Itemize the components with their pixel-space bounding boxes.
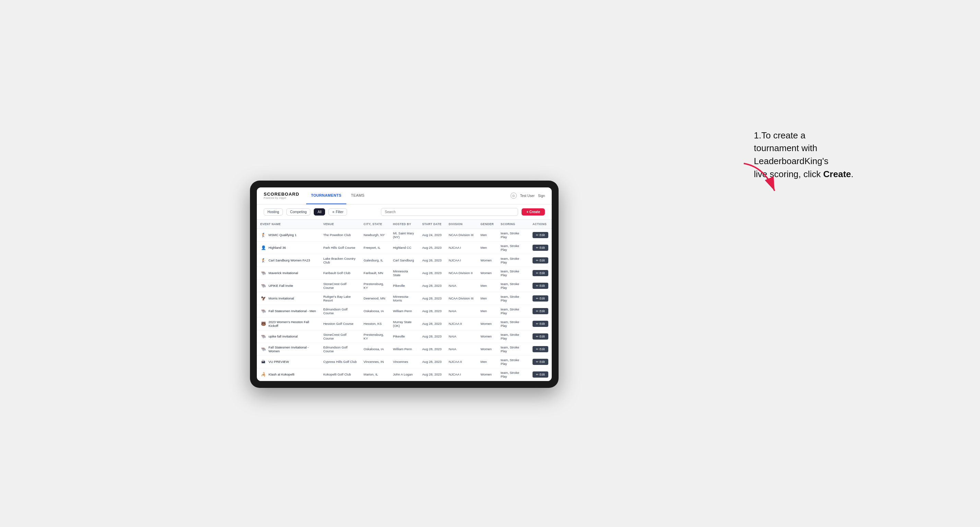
event-name-text-11: Klash at Kokopelli	[269, 373, 294, 376]
cell-gender-8: Women	[477, 330, 497, 343]
cell-division-11: NJCAA I	[445, 368, 477, 381]
event-icon-1: 👤	[260, 244, 266, 251]
cell-actions-5: ✏ Edit	[529, 292, 552, 305]
app-header: SCOREBOARD Powered by clippit TOURNAMENT…	[257, 187, 552, 205]
cell-actions-6: ✏ Edit	[529, 305, 552, 317]
tab-teams[interactable]: TEAMS	[346, 187, 369, 204]
table-row: 🐃 Maverick Invitational Faribault Golf C…	[257, 267, 552, 279]
cell-event-name-9: 🐃 Fall Statesmen Invitational - Women	[257, 343, 320, 356]
cell-actions-9: ✏ Edit	[529, 343, 552, 356]
cell-division-3: NCAA Division II	[445, 267, 477, 279]
col-header-gender: GENDER	[477, 220, 497, 229]
cell-date-9: Aug 28, 2023	[419, 343, 445, 356]
col-header-division: DIVISION	[445, 220, 477, 229]
cell-city-10: Vincennes, IN	[360, 356, 390, 368]
cell-event-name-11: 🦂 Klash at Kokopelli	[257, 368, 320, 381]
cell-city-4: Prestonsburg, KY	[360, 279, 390, 292]
cell-gender-4: Men	[477, 279, 497, 292]
table-body: 🏌 MSMC Qualifying 1 The Powelton Club Ne…	[257, 229, 552, 381]
sign-link[interactable]: Sign	[538, 194, 545, 198]
cell-city-11: Marion, IL	[360, 368, 390, 381]
cell-date-11: Aug 28, 2023	[419, 368, 445, 381]
settings-icon[interactable]: ⚙	[511, 192, 517, 199]
competing-button[interactable]: Competing	[286, 208, 310, 216]
cell-venue-3: Faribault Golf Club	[320, 267, 360, 279]
event-icon-11: 🦂	[260, 371, 266, 378]
cell-scoring-6: team, Stroke Play	[497, 305, 529, 317]
header-right: ⚙ Test User Sign	[511, 192, 545, 199]
edit-button-8[interactable]: ✏ Edit	[533, 333, 548, 340]
cell-actions-10: ✏ Edit	[529, 356, 552, 368]
event-name-text-8: upike fall invitational	[269, 335, 298, 338]
cell-venue-4: StoneCrest Golf Course	[320, 279, 360, 292]
edit-button-0[interactable]: ✏ Edit	[533, 232, 548, 238]
cell-city-6: Oskaloosa, IA	[360, 305, 390, 317]
event-icon-9: 🐃	[260, 346, 266, 352]
annotation-line1: 1.To create a	[754, 130, 805, 140]
cell-division-4: NAIA	[445, 279, 477, 292]
col-header-event: EVENT NAME	[257, 220, 320, 229]
nav-tabs: TOURNAMENTS TEAMS	[306, 187, 369, 204]
cell-city-1: Freeport, IL	[360, 241, 390, 254]
event-icon-5: 🦅	[260, 295, 266, 302]
logo-area: SCOREBOARD Powered by clippit	[264, 192, 299, 199]
annotation-bold: Create	[823, 169, 851, 179]
event-name-text-1: Highland 36	[269, 246, 286, 249]
logo-subtitle: Powered by clippit	[264, 197, 299, 199]
event-icon-4: 🐃	[260, 283, 266, 289]
edit-button-4[interactable]: ✏ Edit	[533, 283, 548, 289]
table-header-row: EVENT NAME VENUE CITY, STATE HOSTED BY S…	[257, 220, 552, 229]
cell-event-name-5: 🦅 Morris Invitational	[257, 292, 320, 305]
event-icon-6: 🐃	[260, 308, 266, 314]
table-row: 🐻 2023 Women's Hesston Fall Kickoff Hess…	[257, 317, 552, 330]
search-container	[381, 208, 518, 216]
edit-button-2[interactable]: ✏ Edit	[533, 257, 548, 264]
hosting-button[interactable]: Hosting	[264, 208, 283, 216]
table-container: EVENT NAME VENUE CITY, STATE HOSTED BY S…	[257, 220, 552, 381]
edit-button-1[interactable]: ✏ Edit	[533, 244, 548, 251]
edit-button-6[interactable]: ✏ Edit	[533, 308, 548, 314]
cell-event-name-1: 👤 Highland 36	[257, 241, 320, 254]
search-input[interactable]	[381, 208, 518, 216]
table-row: 🐃 UPIKE Fall Invite StoneCrest Golf Cour…	[257, 279, 552, 292]
cell-hosted-0: Mt. Saint Mary (NY)	[390, 229, 419, 241]
cell-hosted-11: John A Logan	[390, 368, 419, 381]
cell-scoring-5: team, Stroke Play	[497, 292, 529, 305]
annotation-period: .	[851, 169, 853, 179]
col-header-scoring: SCORING	[497, 220, 529, 229]
table-row: 👤 Highland 36 Park Hills Golf Course Fre…	[257, 241, 552, 254]
cell-city-8: Prestonsburg, KY	[360, 330, 390, 343]
event-name-text-10: VU PREVIEW	[269, 360, 289, 364]
edit-button-9[interactable]: ✏ Edit	[533, 346, 548, 352]
table-row: 🐃 Fall Statesmen Invitational - Men Edmu…	[257, 305, 552, 317]
cell-date-7: Aug 28, 2023	[419, 317, 445, 330]
col-header-venue: VENUE	[320, 220, 360, 229]
event-icon-8: 🐃	[260, 333, 266, 340]
all-button[interactable]: All	[314, 208, 325, 216]
cell-actions-3: ✏ Edit	[529, 267, 552, 279]
cell-date-10: Aug 28, 2023	[419, 356, 445, 368]
cell-date-0: Aug 24, 2023	[419, 229, 445, 241]
edit-button-7[interactable]: ✏ Edit	[533, 321, 548, 327]
cell-hosted-3: Minnesota State	[390, 267, 419, 279]
cell-gender-7: Women	[477, 317, 497, 330]
filter-button[interactable]: ≡ Filter	[328, 208, 347, 216]
edit-button-5[interactable]: ✏ Edit	[533, 295, 548, 302]
table-row: 🏌 Carl Sandburg Women FA23 Lake Bracken …	[257, 254, 552, 267]
event-icon-0: 🏌	[260, 232, 266, 238]
cell-hosted-7: Murray State (OK)	[390, 317, 419, 330]
create-button[interactable]: + Create	[522, 208, 545, 216]
toolbar: Hosting Competing All ≡ Filter + Create	[257, 205, 552, 220]
edit-button-11[interactable]: ✏ Edit	[533, 371, 548, 378]
edit-button-10[interactable]: ✏ Edit	[533, 359, 548, 365]
table-row: 🏌 MSMC Qualifying 1 The Powelton Club Ne…	[257, 229, 552, 241]
cell-venue-6: Edmundson Golf Course	[320, 305, 360, 317]
cell-venue-1: Park Hills Golf Course	[320, 241, 360, 254]
cell-date-8: Aug 28, 2023	[419, 330, 445, 343]
tab-tournaments[interactable]: TOURNAMENTS	[306, 187, 346, 204]
cell-city-9: Oskaloosa, IA	[360, 343, 390, 356]
edit-button-3[interactable]: ✏ Edit	[533, 270, 548, 276]
cell-scoring-10: team, Stroke Play	[497, 356, 529, 368]
cell-date-4: Aug 28, 2023	[419, 279, 445, 292]
cell-hosted-1: Highland CC	[390, 241, 419, 254]
